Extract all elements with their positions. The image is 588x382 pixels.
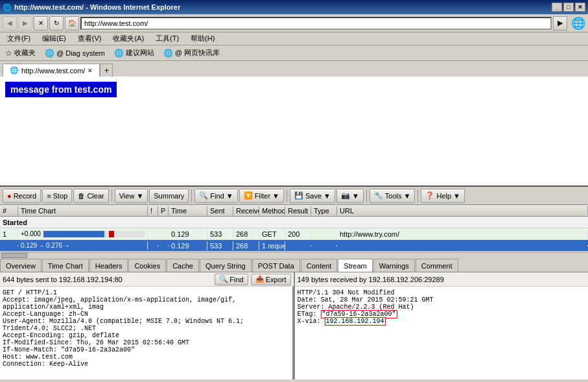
help-button[interactable]: ❓ Help ▼	[421, 189, 465, 203]
tab-content[interactable]: Content	[301, 259, 338, 272]
col-header-exclaim[interactable]: !	[148, 206, 158, 215]
col-header-received[interactable]: Received	[233, 206, 259, 215]
tab-cache[interactable]: Cache	[167, 259, 199, 272]
menu-help[interactable]: 帮助(H)	[189, 33, 217, 44]
table-row[interactable]: 0.129 → 0.276 → 0.129 533 268 1 request	[0, 240, 588, 252]
stop-label: Stop	[53, 192, 68, 200]
content-panels: 644 bytes sent to 192.168.192.194:80 🔍 F…	[0, 272, 588, 379]
export-button[interactable]: 📤 Export	[251, 274, 291, 285]
back-button[interactable]: ◀	[3, 16, 17, 30]
col-header-time[interactable]: Time	[169, 206, 207, 215]
tab-warnings[interactable]: Warnings	[373, 259, 415, 272]
tab-comment[interactable]: Comment	[416, 259, 458, 272]
stop-button[interactable]: ■ Stop	[42, 189, 72, 203]
row2-offset2: 0.276	[46, 242, 62, 249]
minimize-button[interactable]: _	[552, 3, 562, 12]
go-button[interactable]: ▶	[553, 16, 567, 30]
row1-id: 1	[0, 230, 18, 239]
flash-icon: 🌐	[163, 49, 173, 58]
camera-icon: 📷	[341, 191, 350, 200]
menu-favorites[interactable]: 收藏夹(A)	[111, 33, 146, 44]
tab-icon: 🌐	[10, 66, 19, 75]
view-button[interactable]: View ▼	[115, 189, 148, 203]
stop-loading-button[interactable]: ✕	[34, 16, 48, 30]
export-icon: 📤	[255, 275, 265, 283]
find-icon: 🔍	[199, 191, 208, 200]
screenshot-button[interactable]: 📷 ▼	[336, 189, 364, 203]
menu-edit[interactable]: 编辑(E)	[40, 33, 68, 44]
tab-stream[interactable]: Stream	[338, 259, 372, 272]
help-icon: ❓	[425, 191, 434, 200]
clear-button[interactable]: 🗑 Clear	[73, 189, 108, 203]
menu-tools[interactable]: 工具(T)	[154, 33, 181, 44]
menu-file[interactable]: 文件(F)	[5, 33, 32, 44]
suggest-icon: 🌐	[114, 49, 124, 58]
summary-button[interactable]: Summary	[149, 189, 189, 203]
filter-button[interactable]: 🔽 Filter ▼	[239, 189, 284, 203]
record-button[interactable]: ● Record	[3, 189, 41, 203]
tab-cookies[interactable]: Cookies	[128, 259, 166, 272]
tab-timechart[interactable]: Time Chart	[42, 259, 89, 272]
sep4	[366, 189, 367, 202]
col-header-p[interactable]: P	[158, 206, 169, 215]
stop-icon: ■	[47, 192, 51, 200]
diag-icon: 🌐	[45, 49, 54, 58]
browser-icon: 🌐	[3, 3, 12, 12]
tab-postdata[interactable]: POST Data	[252, 259, 300, 272]
address-input[interactable]	[80, 17, 552, 30]
tab-headers[interactable]: Headers	[89, 259, 128, 272]
tools-button[interactable]: 🔧 Tools ▼	[370, 189, 416, 203]
bookmark-label: 收藏夹	[14, 48, 36, 58]
message-text: message from test.com	[10, 84, 112, 95]
tab-close-icon[interactable]: ✕	[88, 67, 93, 74]
horizontal-scrollbar[interactable]	[0, 252, 588, 258]
request-line-get: GET / HTTP/1.1	[3, 289, 290, 296]
sep3	[287, 189, 287, 202]
bookmark-diag-label: @ Diag system	[56, 49, 105, 57]
tools-dropdown-icon: ▼	[404, 192, 411, 200]
home-button[interactable]: 🏠	[65, 16, 79, 30]
col-header-type[interactable]: Type	[311, 206, 337, 215]
tools-label: Tools	[385, 192, 402, 200]
close-button[interactable]: ✕	[575, 3, 585, 12]
tab-querystring[interactable]: Query String	[200, 259, 252, 272]
col-header-result[interactable]: Result	[285, 206, 311, 215]
find-in-left-button[interactable]: 🔍 Find	[215, 274, 248, 285]
refresh-button[interactable]: ↻	[49, 16, 64, 30]
row2-timechart: 0.129 → 0.276 →	[18, 241, 148, 250]
row2-type	[311, 245, 337, 246]
col-header-method[interactable]: Method	[259, 206, 285, 215]
bookmark-favorites[interactable]: ☆ 收藏夹	[3, 47, 38, 58]
table-row[interactable]: 1 +0.000 0.129 533 268 GET 200 http://ww…	[0, 228, 588, 240]
response-status: HTTP/1.1 304 Not Modified	[298, 289, 586, 296]
col-header-timechart[interactable]: Time Chart	[18, 206, 148, 215]
export-btn-label: Export	[266, 276, 287, 283]
record-icon: ●	[7, 192, 12, 200]
request-host: Host: www.test.com	[3, 353, 290, 361]
browser-tab-0[interactable]: 🌐 http://www.test.com/ ✕	[3, 64, 100, 77]
view-label: View	[119, 192, 135, 200]
help-dropdown-icon: ▼	[453, 192, 460, 200]
bookmark-flash[interactable]: 🌐 @ 网页快讯库	[161, 47, 222, 58]
menu-view[interactable]: 查看(V)	[76, 33, 104, 44]
new-tab-button[interactable]: +	[100, 64, 113, 77]
save-button[interactable]: 💾 Save ▼	[290, 189, 335, 203]
maximize-button[interactable]: □	[563, 3, 574, 12]
col-header-url[interactable]: URL	[337, 206, 588, 215]
row2-received: 268	[233, 241, 259, 250]
nav-bar: ◀ ▶ ✕ ↻ 🏠 ▶ 🌐	[0, 14, 588, 32]
col-header-id[interactable]: #	[0, 206, 18, 215]
row1-result: 200	[285, 230, 311, 239]
fiddler-toolbar: ● Record ■ Stop 🗑 Clear View ▼ Summary 🔍…	[0, 187, 588, 205]
row2-p	[158, 245, 169, 246]
bookmark-suggest[interactable]: 🌐 建议网站	[112, 47, 157, 58]
forward-button[interactable]: ▶	[18, 16, 32, 30]
request-accept-enc: Accept-Encoding: gzip, deflate	[3, 332, 290, 339]
row2-arrow2: →	[64, 242, 70, 249]
row1-type	[311, 233, 337, 235]
bookmark-diag[interactable]: 🌐 @ Diag system	[42, 48, 108, 58]
col-header-sent[interactable]: Sent	[207, 206, 233, 215]
find-button[interactable]: 🔍 Find ▼	[194, 189, 237, 203]
tab-overview[interactable]: Overview	[0, 259, 41, 272]
response-xvia: X-via: 192.168.192.194	[298, 318, 586, 325]
